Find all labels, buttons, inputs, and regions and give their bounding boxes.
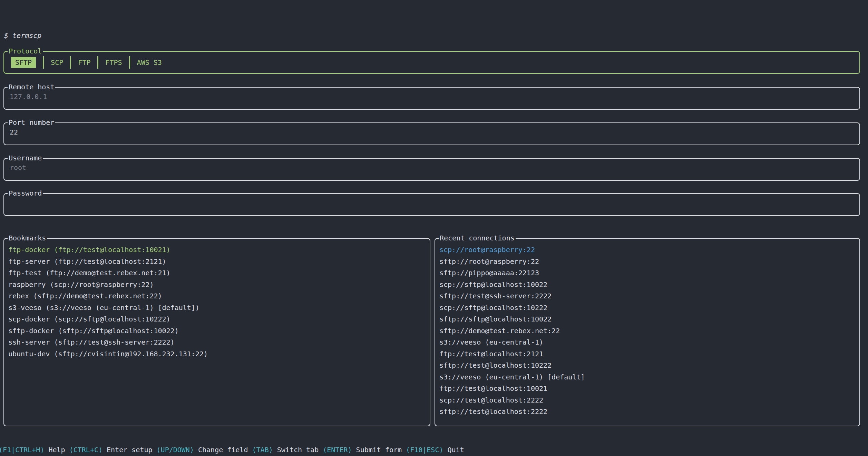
port-number-input[interactable]: 22 (4, 123, 859, 136)
recent-connections-panel: Recent connections scp://root@raspberry:… (435, 238, 860, 426)
recent-connections-list: scp://root@raspberry:22sftp://root@raspb… (435, 239, 859, 426)
help-key: ⟨UP/DOWN⟩ (157, 446, 194, 454)
help-key: ⟨CTRL+C⟩ (69, 446, 103, 454)
prompt-line-1: $ termscp (4, 30, 67, 41)
username-field[interactable]: Username root (3, 158, 860, 181)
recent-connection-item[interactable]: sftp://test@localhost:2222 (439, 406, 857, 418)
port-number-label: Port number (8, 118, 55, 127)
recent-connection-item[interactable]: sftp://test@ssh-server:2222 (439, 290, 857, 302)
termscp-auth-screen: $ termscp $ version 0.8.0 Protocol SFTPS… (0, 0, 868, 456)
remote-host-field[interactable]: Remote host 127.0.0.1 (3, 87, 860, 110)
protocol-label: Protocol (8, 47, 43, 55)
bookmarks-list: ftp-docker (ftp://test@localhost:10021)f… (4, 239, 430, 426)
help-keybar: ⟨F1|CTRL+H⟩ Help ⟨CTRL+C⟩ Enter setup ⟨U… (0, 446, 464, 454)
bookmark-item[interactable]: ubuntu-dev (sftp://cvisintin@192.168.232… (8, 348, 428, 360)
tab-divider (129, 56, 130, 69)
recent-connection-item[interactable]: s3://veeso (eu-central-1) (439, 337, 857, 348)
username-label: Username (8, 154, 43, 162)
bookmark-item[interactable]: s3-veeso (s3://veeso (eu-central-1) [def… (8, 302, 428, 314)
recent-connection-item[interactable]: s3://veeso (eu-central-1) [default] (439, 371, 857, 383)
protocol-tabs: SFTPSCPFTPFTPSAWS S3 (4, 52, 859, 73)
recent-connection-item[interactable]: scp://test@localhost:2222 (439, 395, 857, 406)
tab-divider (43, 56, 44, 69)
remote-host-label: Remote host (8, 83, 55, 91)
help-action: Help (44, 446, 69, 454)
help-key: ⟨F10|ESC⟩ (406, 446, 443, 454)
username-input[interactable]: root (4, 159, 859, 172)
protocol-tab-sftp[interactable]: SFTP (11, 57, 36, 68)
help-action: Switch tab (273, 446, 323, 454)
help-key: ⟨ENTER⟩ (323, 446, 352, 454)
recent-connection-item[interactable]: scp://sftp@localhost:10022 (439, 279, 857, 291)
protocol-tab-aws-s3[interactable]: AWS S3 (137, 57, 162, 68)
bookmark-item[interactable]: rebex (sftp://demo@test.rebex.net:22) (8, 290, 428, 302)
tab-divider (97, 56, 98, 69)
bookmark-item[interactable]: ftp-server (ftp://test@localhost:2121) (8, 256, 428, 268)
recent-connection-item[interactable]: ftp://test@localhost:10021 (439, 383, 857, 395)
recent-connection-item[interactable]: scp://sftp@localhost:10222 (439, 302, 857, 314)
port-number-field[interactable]: Port number 22 (3, 122, 860, 145)
help-key: ⟨F1|CTRL+H⟩ (0, 446, 44, 454)
help-key: ⟨TAB⟩ (252, 446, 273, 454)
protocol-tab-scp[interactable]: SCP (51, 57, 63, 68)
recent-connection-item[interactable]: sftp://demo@test.rebex.net:22 (439, 325, 857, 337)
bookmark-item[interactable]: ftp-test (ftp://demo@test.rebex.net:21) (8, 267, 428, 279)
remote-host-input[interactable]: 127.0.0.1 (4, 88, 859, 101)
password-input[interactable] (4, 194, 859, 199)
help-action: Quit (443, 446, 464, 454)
recent-connection-item[interactable]: sftp://sftp@localhost:10022 (439, 314, 857, 325)
protocol-tab-ftps[interactable]: FTPS (105, 57, 122, 68)
bookmarks-label: Bookmarks (8, 234, 47, 242)
help-action: Change field (194, 446, 252, 454)
recent-connection-item[interactable]: sftp://pippo@aaaaa:22123 (439, 267, 857, 279)
protocol-selector[interactable]: Protocol SFTPSCPFTPFTPSAWS S3 (3, 51, 860, 74)
bookmarks-panel: Bookmarks ftp-docker (ftp://test@localho… (3, 238, 430, 426)
bookmark-item[interactable]: ftp-docker (ftp://test@localhost:10021) (8, 244, 428, 256)
recent-connection-item[interactable]: sftp://test@localhost:10222 (439, 360, 857, 371)
bookmark-item[interactable]: ssh-server (sftp://test@ssh-server:2222) (8, 337, 428, 348)
help-action: Submit form (352, 446, 406, 454)
recent-connection-item[interactable]: ftp://test@localhost:2121 (439, 348, 857, 360)
password-field[interactable]: Password (3, 193, 860, 216)
recent-connections-label: Recent connections (439, 234, 516, 242)
bookmark-item[interactable]: scp-docker (scp://sftp@localhost:10222) (8, 314, 428, 325)
tab-divider (70, 56, 71, 69)
protocol-tab-ftp[interactable]: FTP (78, 57, 90, 68)
recent-connection-item[interactable]: scp://root@raspberry:22 (439, 244, 857, 256)
bookmark-item[interactable]: sftp-docker (sftp://sftp@localhost:10022… (8, 325, 428, 337)
recent-connection-item[interactable]: sftp://root@raspberry:22 (439, 256, 857, 268)
bookmark-item[interactable]: raspberry (scp://root@raspberry:22) (8, 279, 428, 291)
password-label: Password (8, 189, 43, 197)
help-action: Enter setup (103, 446, 157, 454)
